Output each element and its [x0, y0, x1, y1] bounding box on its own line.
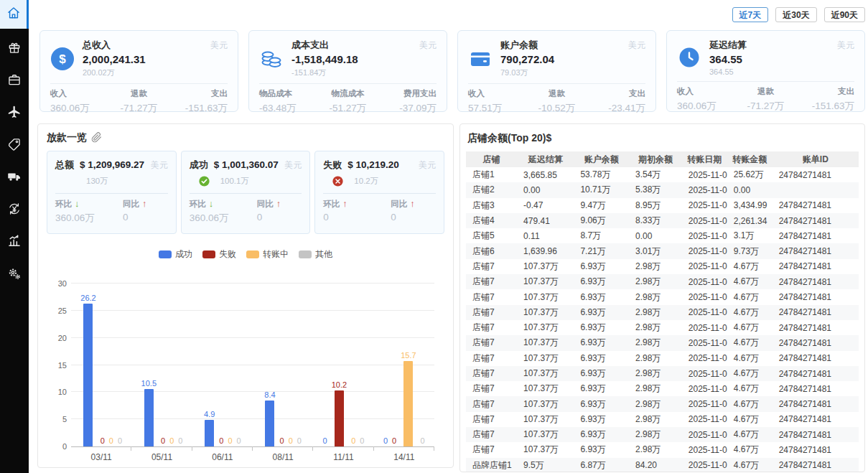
bar-成功[interactable]	[265, 401, 274, 446]
table-cell: 107.37万	[517, 259, 574, 274]
shop-table-title: 店铺余额(Top 20)$	[467, 132, 551, 145]
table-cell: 4.67万	[727, 351, 773, 366]
table-row[interactable]: 店铺7107.37万6.93万2.98万2025-11-074.67万24784…	[466, 335, 859, 350]
arrow-up-icon: ↑	[410, 198, 415, 209]
table-row[interactable]: 店铺7107.37万6.93万2.98万2025-11-074.67万24784…	[466, 274, 859, 289]
time-filter-group: 近7天近30天近90天	[37, 7, 865, 22]
table-cell: 24784271481	[773, 396, 859, 411]
table-cell: 2025-11-07	[682, 182, 727, 197]
table-cell: 店铺7	[466, 259, 517, 274]
table-row[interactable]: 店铺7107.37万6.93万2.98万2025-11-074.67万24784…	[466, 366, 859, 381]
divider	[50, 83, 228, 84]
table-row[interactable]: 店铺50.118.7万0.002025-11-073.1万24784271481	[466, 228, 859, 243]
bar-value-label: 10.2	[332, 380, 347, 389]
table-row[interactable]: 店铺7107.37万6.93万2.98万2025-11-074.67万24784…	[466, 320, 859, 335]
stat-metric: 退款-71.27万	[736, 86, 795, 113]
bar-成功[interactable]	[205, 420, 214, 446]
loan-metric: 环比↓360.06万	[55, 198, 123, 225]
table-cell: 4.67万	[727, 289, 773, 304]
stat-metric: 支出-151.63万	[169, 88, 228, 115]
table-cell: -0.47	[517, 198, 574, 213]
table-cell: 店铺7	[466, 396, 517, 411]
table-header-cell[interactable]: 账单ID	[773, 151, 859, 167]
table-cell: 店铺4	[466, 213, 517, 228]
divider	[259, 83, 437, 84]
table-cell: 6.93万	[574, 289, 629, 304]
legend-item-2[interactable]: 转账中	[246, 248, 289, 261]
table-row[interactable]: 店铺4479.419.06万8.33万2025-11-072,261.34247…	[466, 213, 859, 228]
zero-value-label: 0	[169, 436, 174, 445]
bar-失败[interactable]	[335, 390, 344, 446]
table-row[interactable]: 店铺61,639.967.21万3.01万2025-11-079.73万2478…	[466, 243, 859, 258]
loan-panel-header: 放款一览	[47, 131, 444, 144]
legend-label: 成功	[175, 248, 192, 261]
legend-item-3[interactable]: 其他	[299, 248, 332, 261]
legend-label: 失败	[219, 248, 236, 261]
loan-metric-label-text: 环比	[55, 200, 72, 208]
bar-成功[interactable]	[144, 389, 154, 446]
table-header-cell[interactable]: 期初余额	[629, 151, 682, 167]
stat-metric-label: 收入	[677, 86, 736, 97]
table-header-cell[interactable]: 转账金额	[727, 151, 773, 167]
arrow-up-icon: ↑	[342, 198, 347, 209]
stat-card-metrics: 物品成本-63.48万物流成本-51.27万费用支出-37.09万	[259, 88, 437, 115]
table-row[interactable]: 店铺7107.37万6.93万2.98万2025-11-074.67万24784…	[466, 412, 859, 427]
loan-metric: 同比↑0	[123, 198, 168, 225]
table-row[interactable]: 店铺7107.37万6.93万2.98万2025-11-074.67万24784…	[466, 305, 859, 320]
sidebar-item-briefcase[interactable]	[0, 65, 29, 97]
table-row[interactable]: 店铺7107.37万6.93万2.98万2025-11-074.67万24784…	[466, 396, 859, 411]
truck-icon	[7, 169, 22, 187]
table-header-cell[interactable]: 延迟结算	[517, 151, 574, 167]
table-cell: 4.67万	[727, 335, 773, 350]
table-row[interactable]: 店铺7107.37万6.93万2.98万2025-11-074.67万24784…	[466, 259, 859, 274]
loan-metric: 同比↑0	[257, 198, 302, 225]
table-cell: 2025-11-07	[682, 458, 727, 472]
loan-metric-label: 同比↑	[257, 198, 302, 210]
table-cell: 24784271481	[773, 198, 859, 213]
table-cell: 9.5万	[517, 458, 574, 472]
series-slot-失败: 0	[101, 436, 105, 446]
check-circle-icon	[198, 175, 210, 187]
arrow-up-icon: ↑	[276, 198, 281, 209]
table-header-cell[interactable]: 账户余额	[574, 151, 629, 167]
stat-metric-value: -51.27万	[318, 102, 377, 115]
table-cell: 25.62万	[727, 167, 773, 182]
time-filter-button-2[interactable]: 近90天	[824, 7, 865, 22]
table-row[interactable]: 店铺7107.37万6.93万2.98万2025-11-074.67万24784…	[466, 427, 859, 442]
table-cell: 店铺7	[466, 289, 517, 304]
chart-plot-area: 05101520253026.200010.50004.90008.400001…	[71, 284, 434, 447]
sidebar-item-gift[interactable]	[0, 32, 29, 65]
sidebar-item-currency-exchange[interactable]	[0, 194, 29, 226]
table-row[interactable]: 品牌店铺19.5万6.87万84.202025-11-074.67万247842…	[466, 458, 859, 472]
arrow-up-icon: ↑	[142, 198, 147, 209]
table-row[interactable]: 店铺7107.37万6.93万2.98万2025-11-074.67万24784…	[466, 289, 859, 304]
table-header-cell[interactable]: 店铺	[466, 151, 517, 167]
bar-成功[interactable]	[83, 304, 93, 446]
currency-label: 美元	[419, 159, 436, 172]
legend-item-1[interactable]: 失败	[202, 248, 236, 261]
table-row[interactable]: 店铺13,665.8553.78万3.54万2025-11-0725.62万24…	[466, 167, 859, 182]
stat-card-metrics: 收入360.06万退款-71.27万支出-151.63万	[677, 86, 854, 113]
loan-summary-card-2: 美元失败$ 10,219.2010.2万环比↑0同比↑0	[314, 151, 444, 234]
x-axis-label: 11/11	[313, 452, 373, 462]
legend-item-0[interactable]: 成功	[159, 248, 192, 261]
sidebar-item-tag[interactable]	[0, 129, 29, 161]
series-slot-转账中: 0	[169, 436, 174, 446]
paperclip-icon[interactable]	[91, 131, 102, 144]
series-slot-转账中: 0	[228, 436, 232, 446]
table-row[interactable]: 店铺7107.37万6.93万2.98万2025-11-074.67万24784…	[466, 351, 859, 366]
sidebar-item-home[interactable]	[0, 0, 29, 29]
table-header-cell[interactable]: 转账日期	[682, 151, 727, 167]
bar-转账中[interactable]	[403, 361, 413, 446]
sidebar-item-settings[interactable]	[0, 258, 29, 291]
stat-card-subvalue: 200.02万	[83, 67, 146, 78]
time-filter-button-0[interactable]: 近7天	[732, 7, 769, 22]
sidebar-item-plane[interactable]	[0, 97, 29, 129]
table-row[interactable]: 店铺7107.37万6.93万2.98万2025-11-074.67万24784…	[466, 442, 859, 457]
table-row[interactable]: 店铺7107.37万6.93万2.98万2025-11-074.67万24784…	[466, 381, 859, 396]
time-filter-button-1[interactable]: 近30天	[775, 7, 816, 22]
table-row[interactable]: 店铺3-0.479.47万8.95万2025-11-073,434.992478…	[466, 198, 859, 213]
sidebar-item-bar-chart[interactable]	[0, 226, 29, 258]
sidebar-item-truck[interactable]	[0, 161, 29, 194]
table-row[interactable]: 店铺20.0010.71万5.38万2025-11-070.00	[466, 182, 859, 197]
